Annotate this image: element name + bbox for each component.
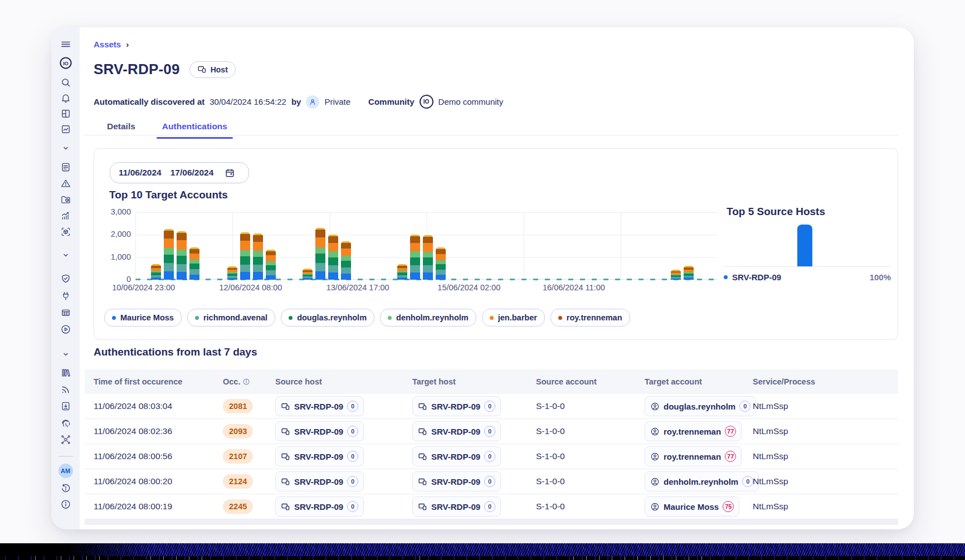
risk-count-badge: 0 (347, 451, 358, 462)
bar-segment (266, 251, 276, 256)
authentications-chart-card: 11/06/2024 17/06/2024 Top 10 Target Acco… (94, 148, 898, 340)
entity-chip[interactable]: SRV-RDP-090 (412, 496, 501, 517)
user-avatar[interactable]: AM (59, 464, 73, 478)
chevron-down-icon[interactable] (61, 250, 71, 260)
stacked-bar[interactable] (684, 266, 694, 280)
stacked-bar[interactable] (328, 235, 338, 280)
stacked-bar[interactable] (423, 235, 433, 280)
table-row[interactable]: 11/06/2024 08:00:192245SRV-RDP-090SRV-RD… (85, 494, 898, 519)
stacked-bar[interactable] (266, 250, 276, 280)
date-range-picker[interactable]: 11/06/2024 17/06/2024 (110, 162, 249, 183)
app-logo-icon[interactable]: IO (59, 56, 72, 70)
stacked-bar[interactable] (410, 235, 420, 280)
library-books-icon[interactable] (60, 367, 71, 378)
chart-box-icon[interactable] (60, 124, 71, 135)
play-circle-icon[interactable] (60, 324, 71, 335)
table-row[interactable]: 11/06/2024 08:03:042081SRV-RDP-090SRV-RD… (85, 394, 898, 419)
entity-name: SRV-RDP-09 (431, 502, 480, 512)
y-axis-tick: 0 (105, 275, 131, 284)
asset-scan-icon[interactable] (60, 226, 71, 237)
main-chart-title: Top 10 Target Accounts (109, 189, 228, 201)
host-type-badge[interactable]: Host (189, 61, 236, 78)
entity-chip[interactable]: SRV-RDP-090 (412, 446, 501, 466)
table-row[interactable]: 11/06/2024 08:02:362093SRV-RDP-090SRV-RD… (85, 419, 898, 444)
breadcrumb-assets-link[interactable]: Assets (94, 40, 121, 49)
bar-segment (410, 251, 420, 257)
tab-details[interactable]: Details (101, 118, 141, 139)
legend-chip[interactable]: denholm.reynholm (380, 309, 476, 327)
entity-chip[interactable]: SRV-RDP-090 (275, 421, 364, 441)
stacked-bar[interactable] (164, 229, 174, 280)
table-row[interactable]: 11/06/2024 08:00:562107SRV-RDP-090SRV-RD… (85, 444, 898, 469)
menu-icon[interactable] (60, 38, 71, 50)
legend-label: douglas.reynholm (297, 313, 367, 322)
chevron-down-icon[interactable] (61, 143, 71, 153)
entity-chip[interactable]: SRV-RDP-090 (412, 471, 501, 491)
x-axis-tick: 15/06/2024 02:00 (437, 283, 500, 292)
person-icon (650, 452, 660, 461)
trend-stats-icon[interactable] (60, 210, 71, 221)
entity-chip[interactable]: SRV-RDP-090 (412, 421, 501, 441)
entity-name: SRV-RDP-09 (294, 502, 343, 512)
alert-triangle-icon[interactable] (60, 178, 71, 189)
stacked-bar[interactable] (436, 247, 446, 280)
entity-chip[interactable]: roy.trenneman77 (645, 421, 742, 441)
legend-chip[interactable]: richmond.avenal (187, 309, 275, 327)
history-icon[interactable] (60, 483, 71, 494)
occurrence-badge: 2107 (223, 449, 253, 464)
info-icon[interactable] (60, 499, 71, 510)
bar-segment (253, 251, 263, 257)
chevron-down-icon[interactable] (61, 349, 71, 359)
bar-segment (410, 272, 420, 280)
legend-chip[interactable]: Maurice Moss (104, 309, 182, 327)
plug-integration-icon[interactable] (60, 290, 71, 301)
organization-building-icon[interactable] (60, 307, 71, 318)
entity-chip[interactable]: SRV-RDP-090 (412, 396, 501, 416)
entity-chip[interactable]: douglas.reynholm0 (645, 396, 756, 416)
bar-segment (240, 241, 250, 250)
bar-segment (328, 251, 338, 257)
stacked-bar[interactable] (227, 266, 237, 280)
entity-chip[interactable]: SRV-RDP-090 (275, 496, 364, 517)
stacked-bar[interactable] (303, 269, 313, 280)
entity-chip[interactable]: SRV-RDP-090 (275, 471, 364, 491)
entity-chip[interactable]: denholm.reynholm0 (645, 471, 759, 491)
stacked-bar[interactable] (151, 264, 161, 280)
info-icon[interactable] (242, 378, 250, 386)
stacked-bar[interactable] (177, 231, 187, 280)
legend-chip[interactable]: douglas.reynholm (281, 309, 374, 327)
col-source-host: Source host (275, 377, 412, 386)
stacked-bar[interactable] (397, 264, 407, 280)
stacked-bar[interactable] (671, 270, 681, 280)
y-axis-tick: 1,000 (105, 252, 131, 261)
risk-count-badge: 0 (347, 501, 358, 512)
rss-feed-icon[interactable] (60, 384, 71, 395)
legend-chip[interactable]: roy.trenneman (550, 309, 630, 327)
network-nodes-icon[interactable] (60, 434, 71, 445)
stacked-bar[interactable] (315, 228, 325, 280)
table-row[interactable]: 11/06/2024 08:00:202124SRV-RDP-090SRV-RD… (85, 469, 898, 494)
entity-chip[interactable]: SRV-RDP-090 (275, 396, 364, 416)
source-host-bar[interactable] (797, 225, 812, 266)
layout-grid-icon[interactable] (60, 108, 71, 119)
stacked-bar[interactable] (341, 241, 351, 280)
folder-clock-icon[interactable] (60, 194, 71, 205)
report-document-icon[interactable] (60, 162, 71, 173)
stacked-bar[interactable] (189, 247, 199, 280)
document-download-icon[interactable] (60, 401, 71, 412)
entity-name: SRV-RDP-09 (294, 402, 343, 411)
authentications-table: Time of first occurence Occ. Source host… (85, 369, 898, 519)
notifications-bell-icon[interactable] (60, 92, 71, 104)
shield-check-icon[interactable] (60, 273, 71, 284)
legend-chip[interactable]: jen.barber (482, 309, 545, 327)
stacked-bar[interactable] (240, 232, 250, 280)
title-row: SRV-RDP-09 Host (94, 61, 236, 78)
fingerprint-identity-icon[interactable] (60, 417, 71, 428)
entity-chip[interactable]: SRV-RDP-090 (275, 446, 364, 466)
entity-chip[interactable]: Maurice Moss75 (645, 496, 739, 517)
tab-authentications[interactable]: Authentications (157, 118, 233, 139)
entity-chip[interactable]: roy.trenneman77 (645, 446, 742, 466)
search-icon[interactable] (60, 77, 71, 88)
stacked-bar[interactable] (253, 233, 263, 280)
laptop-icon (281, 477, 290, 486)
